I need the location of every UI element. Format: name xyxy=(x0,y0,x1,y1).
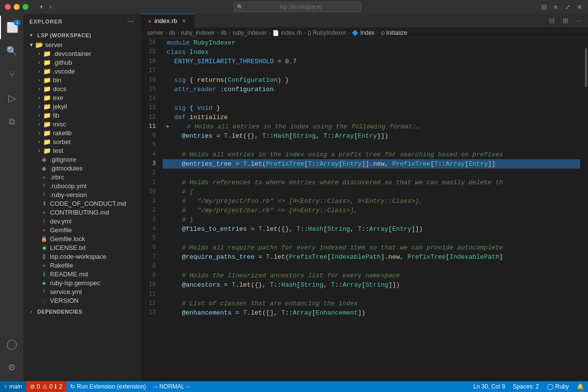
activity-settings[interactable]: ⚙ xyxy=(0,356,24,379)
sidebar-item-gemfile[interactable]: ● Gemfile xyxy=(24,225,141,234)
workspace-section[interactable]: ▼ LSP (WORKSPACE) xyxy=(24,30,141,40)
close-window-icon[interactable]: ✕ xyxy=(575,3,583,11)
sidebar-item-test[interactable]: › 📁 test xyxy=(24,146,141,155)
sidebar-item-rakelib[interactable]: › 📁 rakelib xyxy=(24,128,141,137)
activity-extensions[interactable]: ⧉ xyxy=(0,110,24,133)
sidebar-item-gemspec[interactable]: ◈ ruby-lsp.gemspec xyxy=(24,278,141,287)
dependencies-section[interactable]: › DEPENDENCIES xyxy=(24,307,141,317)
activity-source-control[interactable]: ⑂ xyxy=(0,63,24,86)
sidebar-item-workspace[interactable]: {} lsp.code-workspace xyxy=(24,252,141,261)
code-line-2b: # "/my/project/bar.rb" => [#<Entry::Clas… xyxy=(167,206,584,215)
status-mode[interactable]: -- NORMAL -- xyxy=(150,381,194,392)
sidebar-item-gitignore[interactable]: ◆ .gitignore xyxy=(24,155,141,164)
status-spaces[interactable]: Spaces: 2 xyxy=(509,381,543,392)
sidebar-item-jekyll[interactable]: › 📁 jekyll xyxy=(24,102,141,111)
tab-index-rb[interactable]: ● index.rb ✕ xyxy=(141,14,195,27)
github-label: .github xyxy=(53,59,72,66)
fullscreen-icon[interactable]: ⤢ xyxy=(564,3,571,11)
sidebar-item-bin[interactable]: › 📁 bin xyxy=(24,75,141,84)
split-icon[interactable]: ⊟ xyxy=(540,3,548,11)
sidebar-item-gitmodules[interactable]: ◆ .gitmodules xyxy=(24,164,141,172)
sidebar-item-license[interactable]: ◉ LICENSE.txt xyxy=(24,243,141,252)
sidebar-item-devcontainer[interactable]: › 📁 .devcontainer xyxy=(24,49,141,58)
sidebar-item-version[interactable]: ◌ VERSION xyxy=(24,296,141,305)
menu-icon[interactable]: ≡ xyxy=(552,3,560,11)
branch-name: main xyxy=(9,383,22,390)
back-icon[interactable] xyxy=(37,3,45,11)
arrow-indicator: ► xyxy=(167,122,170,131)
sidebar-item-github[interactable]: › 📁 .github xyxy=(24,58,141,67)
info-count: 2 xyxy=(59,383,62,390)
sidebar-more-btn[interactable]: ··· xyxy=(126,17,135,26)
sidebar-item-docs[interactable]: › 📁 docs xyxy=(24,84,141,93)
license-icon: ◉ xyxy=(40,244,48,251)
sidebar-item-sorbet[interactable]: › 📁 sorbet xyxy=(24,137,141,146)
sidebar-item-gemfile-lock[interactable]: 🔒 Gemfile.lock xyxy=(24,234,141,243)
line-num-30: 30 xyxy=(141,187,159,196)
test-arrow: › xyxy=(35,147,43,154)
split-editor-btn[interactable]: ⊟ xyxy=(547,16,557,25)
rakelib-label: rakelib xyxy=(53,129,72,137)
sidebar-item-dev-yml[interactable]: ! dev.yml xyxy=(24,217,141,225)
scrollbar-thumb[interactable] xyxy=(585,48,587,87)
breadcrumb-initialize[interactable]: ⊙ initialize xyxy=(381,29,408,36)
misc-label: misc xyxy=(53,121,66,128)
close-button[interactable] xyxy=(5,4,11,10)
activity-account[interactable]: ◯ xyxy=(0,332,24,356)
breadcrumb-server[interactable]: server xyxy=(147,29,163,36)
activity-run[interactable]: ▷ xyxy=(0,86,24,110)
line-num-14: 14 xyxy=(141,94,159,103)
breadcrumb-lib2[interactable]: lib xyxy=(221,29,227,36)
sidebar-item-rubocop[interactable]: ! .rubocop.yml xyxy=(24,181,141,190)
line-num-9: 9 xyxy=(141,271,159,280)
search-bar[interactable]: 🔍 xyxy=(234,2,361,12)
line-num-13: 13 xyxy=(141,103,159,113)
activity-files[interactable]: ⬜ 1 xyxy=(0,16,24,39)
sidebar-item-irbrc[interactable]: ● .irbrc xyxy=(24,172,141,181)
breadcrumb-file[interactable]: 📄 index.rb xyxy=(272,29,302,36)
sidebar-item-code-of-conduct[interactable]: ⬇ CODE_OF_CONDUCT.md xyxy=(24,199,141,208)
vscode-arrow: › xyxy=(35,67,43,75)
sidebar-item-server[interactable]: ▼ 📂 server xyxy=(24,40,141,49)
status-errors-warnings[interactable]: ⊘ 0 ⚠ 0 ℹ 2 xyxy=(26,381,66,392)
editor-layout-btn[interactable]: ⊞ xyxy=(561,16,570,25)
breadcrumb: server › lib › ruby_indexer › lib › ruby… xyxy=(141,28,588,38)
more-actions-btn[interactable]: ··· xyxy=(574,16,584,25)
forward-icon[interactable] xyxy=(47,3,55,11)
sidebar-item-misc[interactable]: › 📁 misc xyxy=(24,120,141,128)
editor-scrollbar[interactable] xyxy=(584,38,588,381)
editor-area: ● index.rb ✕ ⊟ ⊞ ··· server › lib › ruby… xyxy=(141,14,588,381)
code-line-17 xyxy=(167,66,584,75)
test-label: test xyxy=(53,147,63,154)
license-label: LICENSE.txt xyxy=(50,244,86,251)
sidebar-item-readme[interactable]: ℹ README.md xyxy=(24,270,141,278)
sidebar-item-rakefile[interactable]: ● Rakefile xyxy=(24,261,141,270)
ruby-version-icon: ! xyxy=(40,191,48,198)
code-editor[interactable]: 26 25 18 17 16 15 14 13 12 11 6 5 4 3 2 … xyxy=(141,38,588,381)
breadcrumb-ruby-indexer1[interactable]: ruby_indexer xyxy=(181,29,215,36)
status-notifications[interactable]: 🔔 xyxy=(573,381,588,392)
maximize-button[interactable] xyxy=(23,4,28,10)
code-line-18: ENTRY_SIMILARITY_THRESHOLD = 0.7 xyxy=(167,57,584,66)
minimize-button[interactable] xyxy=(14,4,20,10)
breadcrumb-index[interactable]: 🔷 Index xyxy=(352,29,374,36)
code-content[interactable]: module RubyIndexer class Index ENTRY_SIM… xyxy=(163,38,584,381)
status-branch[interactable]: ⑂ main xyxy=(0,381,26,392)
sidebar-item-exe[interactable]: › 📁 exe xyxy=(24,93,141,102)
status-position[interactable]: Ln 30, Col 9 xyxy=(469,381,509,392)
activity-search[interactable]: 🔍 xyxy=(0,39,24,63)
code-line-4a: # Holds all entries in the index using a… xyxy=(167,150,584,159)
sidebar-item-contributing[interactable]: ● CONTRIBUTING.md xyxy=(24,208,141,217)
breadcrumb-ruby-indexer2[interactable]: ruby_indexer xyxy=(233,29,267,36)
misc-arrow: › xyxy=(35,120,43,128)
sidebar-item-vscode[interactable]: › 📁 .vscode xyxy=(24,67,141,75)
tab-close-btn[interactable]: ✕ xyxy=(180,18,187,24)
sidebar-item-ruby-version[interactable]: ! .ruby-version xyxy=(24,190,141,199)
sidebar-item-service[interactable]: ! service.yml xyxy=(24,287,141,296)
breadcrumb-rubyindexer[interactable]: {} RubyIndexer xyxy=(308,29,346,36)
breadcrumb-lib[interactable]: lib xyxy=(169,29,175,36)
sidebar-item-lib[interactable]: › 📁 lib xyxy=(24,111,141,120)
status-encoding[interactable]: ◯ Ruby xyxy=(543,381,573,392)
status-task[interactable]: ↻ Run Extension (extension) xyxy=(66,381,150,392)
search-input[interactable] xyxy=(234,2,361,12)
